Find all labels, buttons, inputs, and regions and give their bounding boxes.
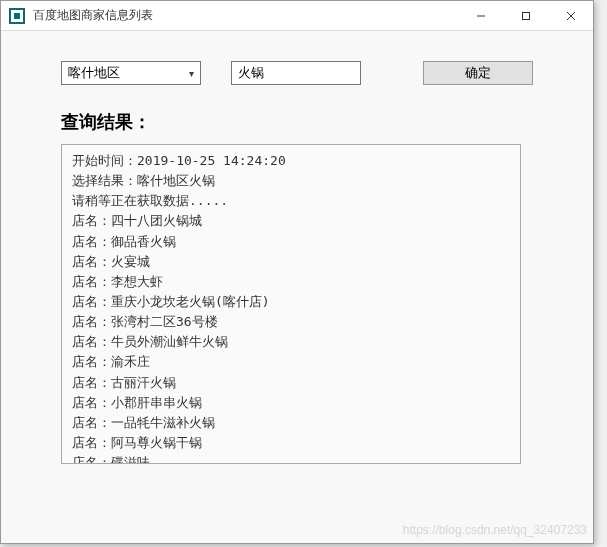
region-combobox[interactable]: 喀什地区 ▾ [61,61,201,85]
maximize-button[interactable] [503,1,548,30]
ok-button[interactable]: 确定 [423,61,533,85]
titlebar: 百度地图商家信息列表 [1,1,593,31]
result-output: 开始时间：2019-10-25 14:24:20 选择结果：喀什地区火锅 请稍等… [61,144,521,464]
minimize-button[interactable] [458,1,503,30]
watermark-text: https://blog.csdn.net/qq_32407233 [403,523,587,537]
app-icon [9,8,25,24]
svg-rect-1 [522,12,529,19]
app-window: 百度地图商家信息列表 喀什地区 ▾ 确定 查询结果： 开始时间：201 [0,0,594,544]
close-button[interactable] [548,1,593,30]
client-area: 喀什地区 ▾ 确定 查询结果： 开始时间：2019-10-25 14:24:20… [1,31,593,484]
ok-button-label: 确定 [465,64,491,82]
window-title: 百度地图商家信息列表 [33,7,458,24]
keyword-input[interactable] [231,61,361,85]
region-selected-label: 喀什地区 [68,64,120,82]
search-form: 喀什地区 ▾ 确定 [61,61,533,85]
chevron-down-icon: ▾ [189,68,194,79]
result-header: 查询结果： [61,110,533,134]
titlebar-controls [458,1,593,30]
